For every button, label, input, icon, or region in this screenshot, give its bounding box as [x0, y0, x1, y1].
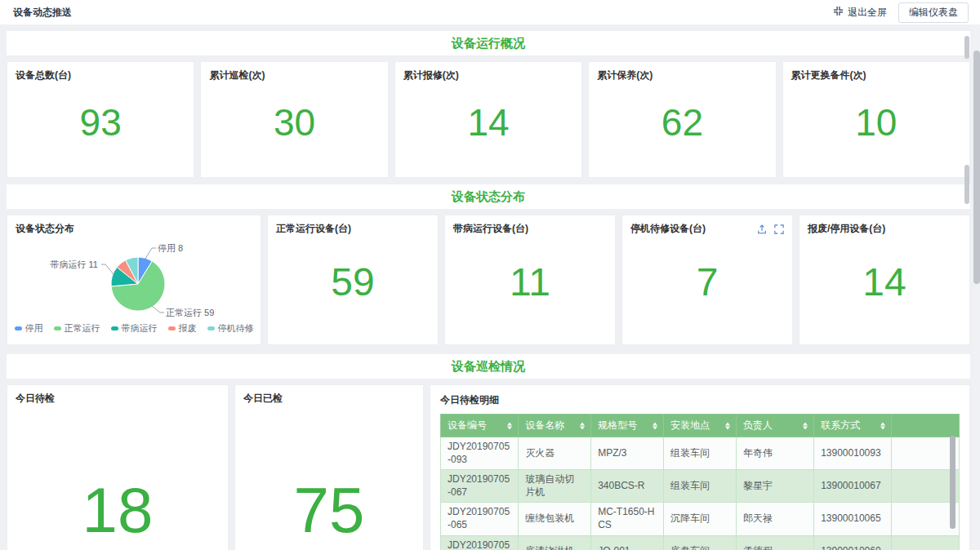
pending-inspection-table: 设备编号设备名称规格型号安装地点负责人联系方式 JDY20190705-093灭… [440, 414, 960, 550]
table-cell: 缠绕包装机 [519, 503, 591, 535]
table-cell: MPZ/3 [591, 437, 664, 470]
table-title: 今日待检明细 [440, 393, 960, 407]
expand-icon[interactable] [774, 223, 784, 237]
stat-card-scrapped-devices: 报废/停用设备(台) 14 [799, 215, 970, 345]
export-icon[interactable] [757, 223, 767, 237]
table-cell: 沉降车间 [664, 503, 737, 535]
table-cell: JDY20190705-065 [441, 503, 519, 535]
stat-card-value: 62 [589, 100, 775, 144]
table-sort-header[interactable]: 负责人 [736, 415, 813, 437]
pie-chart-card: 设备状态分布 停用 8 带病运行 11 正常运行 59 停用正常运行带病运行报废… [7, 215, 261, 345]
table-cell: 黎星宇 [736, 470, 813, 503]
stat-card-total-inspections: 累计巡检(次) 30 [200, 61, 388, 178]
topbar-actions: 退出全屏 编辑仪表盘 [833, 2, 969, 23]
pie-label-stopped: 停用 8 [158, 242, 183, 255]
stat-card-value: 14 [395, 100, 581, 144]
exit-fullscreen-label: 退出全屏 [848, 6, 887, 20]
topbar: 设备动态推送 退出全屏 编辑仪表盘 [0, 0, 980, 24]
stat-card-value: 10 [783, 100, 969, 144]
status-card-row: 设备状态分布 停用 8 带病运行 11 正常运行 59 停用正常运行带病运行报废… [7, 215, 970, 345]
edit-dashboard-button[interactable]: 编辑仪表盘 [898, 2, 969, 23]
stat-card-label: 报废/停用设备(台) [808, 222, 961, 236]
pie-label-faulty: 带病运行 11 [51, 259, 98, 271]
table-cell: 组装车间 [664, 470, 737, 503]
table-sort-header[interactable]: 联系方式 [814, 415, 892, 437]
stat-card-label: 设备总数(台) [16, 69, 185, 82]
stat-card-done-today: 今日已检 75 [234, 384, 424, 550]
compress-icon [833, 6, 844, 19]
table-cell: 13900010065 [814, 503, 892, 535]
sort-caret-icon[interactable] [880, 422, 885, 429]
legend-item[interactable]: 报废 [168, 322, 197, 335]
stat-card-label: 累计报修(次) [403, 69, 573, 82]
stat-card-value: 14 [800, 259, 969, 304]
table-cell: 13900010093 [814, 437, 892, 470]
page-scrollbar-thumb[interactable] [973, 51, 980, 284]
table-cell: 组装车间 [664, 437, 737, 470]
table-cell: 底盘车间 [664, 535, 737, 550]
table-sort-header[interactable]: 设备编号 [441, 415, 519, 437]
table-cell: JQ-001 [591, 535, 664, 550]
legend-marker [111, 326, 118, 330]
legend-marker [168, 326, 176, 330]
table-cell: 郎天禄 [736, 503, 813, 535]
legend-marker [54, 326, 61, 330]
stat-card-label: 今日已检 [243, 392, 415, 406]
legend-item[interactable]: 停用 [15, 322, 43, 335]
stat-card-label: 带病运行设备(台) [453, 222, 607, 236]
exit-fullscreen-button[interactable]: 退出全屏 [833, 6, 887, 20]
dashboard-content: 设备运行概况 设备总数(台) 93 累计巡检(次) 30 累计报修(次) 14 … [7, 31, 970, 550]
table-scrollbar-thumb[interactable] [950, 436, 956, 529]
stat-card-total-devices: 设备总数(台) 93 [7, 61, 194, 178]
table-sort-header[interactable]: 规格型号 [591, 415, 664, 437]
legend-marker [15, 326, 22, 330]
table-header-row: 设备编号设备名称规格型号安装地点负责人联系方式 [441, 415, 960, 437]
page-title: 设备动态推送 [13, 6, 72, 20]
sort-caret-icon[interactable] [803, 422, 808, 429]
table-cell: JDY20190705-093 [441, 437, 519, 470]
table-region: 设备编号设备名称规格型号安装地点负责人联系方式 JDY20190705-093灭… [440, 414, 960, 550]
table-cell: 底漆浇淋机 [519, 535, 591, 550]
page-scrollbar-track[interactable] [973, 24, 980, 550]
stat-card-awaiting-repair-devices: 停机待修设备(台) 7 [621, 215, 793, 345]
inner-scrollbar-thumb[interactable] [964, 36, 969, 59]
device-status-pie-chart[interactable]: 停用 8 带病运行 11 正常运行 59 停用正常运行带病运行报废停机待修 [7, 215, 261, 344]
table-header-empty [892, 415, 960, 437]
table-cell: 13900010060 [814, 535, 892, 550]
sort-caret-icon[interactable] [580, 422, 585, 429]
stat-card-total-repairs: 累计报修(次) 14 [394, 61, 582, 178]
legend-label: 报废 [179, 322, 197, 335]
section-header-overview: 设备运行概况 [7, 31, 970, 55]
table-cell: 年奇伟 [736, 437, 813, 470]
stat-card-normal-devices: 正常运行设备(台) 59 [267, 215, 439, 345]
stat-card-label: 正常运行设备(台) [276, 222, 430, 236]
table-cell: 玻璃自动切片机 [519, 470, 591, 503]
stat-card-pending-today: 今日待检 18 [7, 384, 229, 550]
stat-card-value: 75 [235, 473, 423, 548]
legend-item[interactable]: 正常运行 [54, 322, 100, 335]
legend-item[interactable]: 带病运行 [111, 322, 158, 335]
sort-caret-icon[interactable] [653, 422, 657, 429]
inner-scrollbar-thumb[interactable] [964, 165, 969, 204]
pie-legend: 停用正常运行带病运行报废停机待修 [7, 322, 261, 335]
table-cell: MC-T1650-HCS [591, 503, 664, 535]
sort-caret-icon[interactable] [725, 422, 730, 429]
inspection-table-body: JDY20190705-093灭火器MPZ/3组装车间年奇伟1390001009… [441, 437, 960, 550]
table-cell: JDY20190705-060 [441, 535, 519, 550]
legend-label: 带病运行 [122, 322, 158, 335]
sort-caret-icon[interactable] [507, 422, 512, 429]
table-cell: 孟德程 [736, 535, 813, 550]
legend-label: 停机待修 [218, 322, 254, 335]
legend-label: 正常运行 [65, 322, 100, 335]
stat-card-value: 7 [622, 259, 792, 304]
legend-item[interactable]: 停机待修 [207, 322, 254, 335]
table-sort-header[interactable]: 设备名称 [519, 415, 591, 437]
table-cell: 灭火器 [519, 437, 591, 470]
stat-card-value: 11 [445, 259, 615, 304]
stat-card-faulty-devices: 带病运行设备(台) 11 [444, 215, 616, 345]
table-sort-header[interactable]: 安装地点 [664, 415, 737, 437]
stat-card-label: 累计巡检(次) [209, 69, 379, 82]
table-cell [892, 535, 960, 550]
table-row: JDY20190705-060底漆浇淋机JQ-001底盘车间孟德程1390001… [441, 535, 960, 550]
stat-card-value: 18 [7, 473, 228, 548]
